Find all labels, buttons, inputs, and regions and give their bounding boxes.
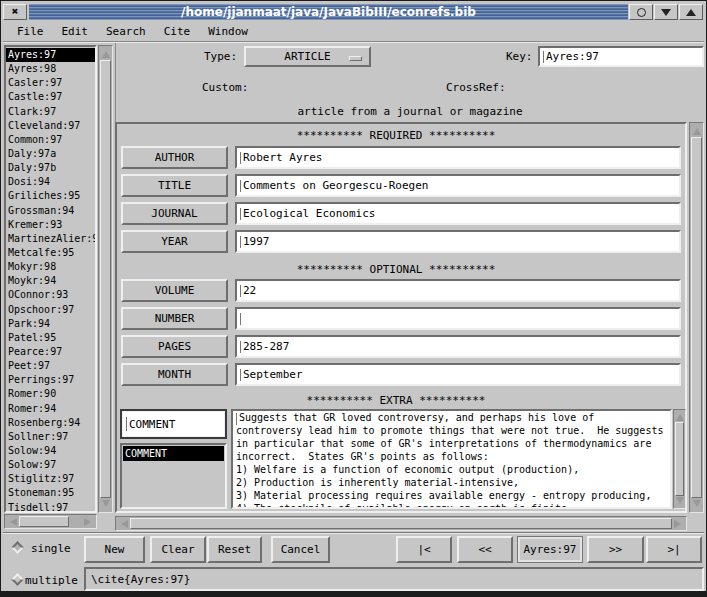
ref-list-item[interactable]: Moykr:94	[6, 274, 95, 288]
scroll-down-button[interactable]	[690, 499, 703, 512]
scroll-down-button[interactable]	[674, 497, 685, 508]
entry-header-panel: Type: ARTICLE Key: Ayres:97 Custom: Cros…	[115, 43, 704, 122]
ref-list-item[interactable]: Stoneman:95	[6, 486, 95, 500]
ref-list-item[interactable]: Ayres:97	[6, 48, 95, 62]
scrollbar-thumb[interactable]	[675, 422, 684, 496]
nav-first-button[interactable]: |<	[396, 536, 452, 563]
extra-field-name-input[interactable]: COMMENT	[120, 409, 227, 439]
ref-list-item[interactable]: Clark:97	[6, 105, 95, 119]
ref-list-item[interactable]: Dosi:94	[6, 175, 95, 189]
ref-list-item[interactable]: Mokyr:98	[6, 260, 95, 274]
field-label-journal[interactable]: JOURNAL	[121, 202, 228, 225]
field-input-title[interactable]: Comments on Georgescu-Roegen	[235, 174, 681, 197]
scroll-left-button[interactable]	[5, 515, 18, 528]
ref-list-item[interactable]: Castle:97	[6, 90, 95, 104]
cancel-button[interactable]: Cancel	[271, 536, 330, 563]
field-label-title[interactable]: TITLE	[121, 174, 228, 197]
field-label-year[interactable]: YEAR	[121, 230, 228, 253]
maximize-button[interactable]	[679, 4, 703, 20]
ref-list-item[interactable]: Rosenberg:94	[6, 416, 95, 430]
scrollbar-thumb[interactable]	[130, 518, 672, 529]
ref-list-item[interactable]: Solow:94	[6, 444, 95, 458]
field-row: JOURNALEcological Economics	[117, 202, 685, 225]
ref-list-item[interactable]: Romer:90	[6, 387, 95, 401]
comment-textarea[interactable]: Suggests that GR loved controversy, and …	[231, 409, 672, 509]
comment-vscrollbar[interactable]	[673, 409, 686, 509]
ref-list-vscrollbar[interactable]	[98, 45, 113, 513]
close-button[interactable]: ✖	[3, 4, 27, 20]
nav-last-button[interactable]: >|	[646, 536, 702, 563]
field-input-month[interactable]: September	[235, 363, 681, 386]
ref-list-item[interactable]: Tisdell:97	[6, 501, 95, 514]
ref-list-item[interactable]: Cleveland:97	[6, 119, 95, 133]
field-label-month[interactable]: MONTH	[121, 363, 228, 386]
menu-item-edit[interactable]: Edit	[56, 23, 95, 40]
menu-item-file[interactable]: File	[11, 23, 50, 40]
ref-list-item[interactable]: Park:94	[6, 317, 95, 331]
title-bar: ✖ /home/jjanmaat/java/JavaBibIII/econref…	[3, 3, 704, 21]
iconify-button[interactable]	[629, 4, 653, 20]
reset-button[interactable]: Reset	[207, 536, 262, 563]
ref-list-item[interactable]: Common:97	[6, 133, 95, 147]
scrollbar-thumb[interactable]	[19, 516, 69, 527]
ref-list-item[interactable]: Metcalfe:95	[6, 246, 95, 260]
ref-list-item[interactable]: Opschoor:97	[6, 303, 95, 317]
ref-list-hscrollbar[interactable]	[4, 514, 97, 529]
ref-list-item[interactable]: Grossman:94	[6, 204, 95, 218]
field-label-author[interactable]: AUTHOR	[121, 146, 228, 169]
field-input-year[interactable]: 1997	[235, 230, 681, 253]
nav-prev-button[interactable]: <<	[457, 536, 513, 563]
form-vscrollbar[interactable]	[689, 122, 704, 513]
field-input-volume[interactable]: 22	[235, 279, 681, 302]
menu-item-window[interactable]: Window	[202, 23, 254, 40]
extra-field-list-item[interactable]: COMMENT	[123, 446, 224, 461]
cite-string-field[interactable]: \cite{Ayres:97}	[84, 567, 704, 591]
single-radio[interactable]	[11, 541, 25, 555]
title-strip[interactable]: /home/jjanmaat/java/JavaBibIII/econrefs.…	[29, 4, 628, 20]
key-input[interactable]: Ayres:97	[538, 46, 704, 67]
field-label-pages[interactable]: PAGES	[121, 335, 228, 358]
ref-list-item[interactable]: Perrings:97	[6, 373, 95, 387]
menu-item-cite[interactable]: Cite	[158, 23, 197, 40]
ref-list-item[interactable]: Stiglitz:97	[6, 472, 95, 486]
field-input-journal[interactable]: Ecological Economics	[235, 202, 681, 225]
field-label-number[interactable]: NUMBER	[121, 307, 228, 330]
type-option-menu[interactable]: ARTICLE	[244, 46, 371, 67]
form-hscrollbar[interactable]	[115, 516, 687, 531]
nav-next-button[interactable]: >>	[587, 536, 644, 563]
nav-current-key[interactable]: Ayres:97	[517, 536, 583, 563]
scroll-down-button[interactable]	[99, 499, 112, 512]
ref-list-item[interactable]: Patel:95	[6, 331, 95, 345]
ref-list-item[interactable]: Daly:97b	[6, 161, 95, 175]
field-input-pages[interactable]: 285-287	[235, 335, 681, 358]
ref-list-item[interactable]: OConnor:93	[6, 288, 95, 302]
clear-button[interactable]: Clear	[150, 536, 206, 563]
ref-list-item[interactable]: Daly:97a	[6, 147, 95, 161]
scrollbar-thumb[interactable]	[100, 60, 111, 498]
scroll-right-button[interactable]	[673, 517, 686, 530]
scroll-up-button[interactable]	[99, 46, 112, 59]
field-label-volume[interactable]: VOLUME	[121, 279, 228, 302]
field-input-number[interactable]	[235, 307, 681, 330]
ref-list-item[interactable]: Romer:94	[6, 402, 95, 416]
ref-list-item[interactable]: Casler:97	[6, 76, 95, 90]
ref-list-item[interactable]: MartinezAlier:9	[6, 232, 95, 246]
scroll-right-button[interactable]	[83, 515, 96, 528]
scroll-up-button[interactable]	[690, 123, 703, 136]
ref-list-item[interactable]: Griliches:95	[6, 189, 95, 203]
ref-list-item[interactable]: Peet:97	[6, 359, 95, 373]
scroll-up-button[interactable]	[674, 410, 685, 421]
menu-item-search[interactable]: Search	[100, 23, 152, 40]
ref-list-item[interactable]: Solow:97	[6, 458, 95, 472]
scroll-left-button[interactable]	[116, 517, 129, 530]
new-button[interactable]: New	[84, 536, 145, 563]
ref-list-item[interactable]: Sollner:97	[6, 430, 95, 444]
lower-button[interactable]	[654, 4, 678, 20]
field-input-author[interactable]: Robert Ayres	[235, 146, 681, 169]
scrollbar-thumb[interactable]	[691, 137, 702, 498]
ref-list-item[interactable]: Ayres:98	[6, 62, 95, 76]
ref-list-item[interactable]: Kremer:93	[6, 218, 95, 232]
field-value: Robert Ayres	[243, 151, 322, 164]
multiple-radio[interactable]	[11, 573, 25, 587]
ref-list-item[interactable]: Pearce:97	[6, 345, 95, 359]
